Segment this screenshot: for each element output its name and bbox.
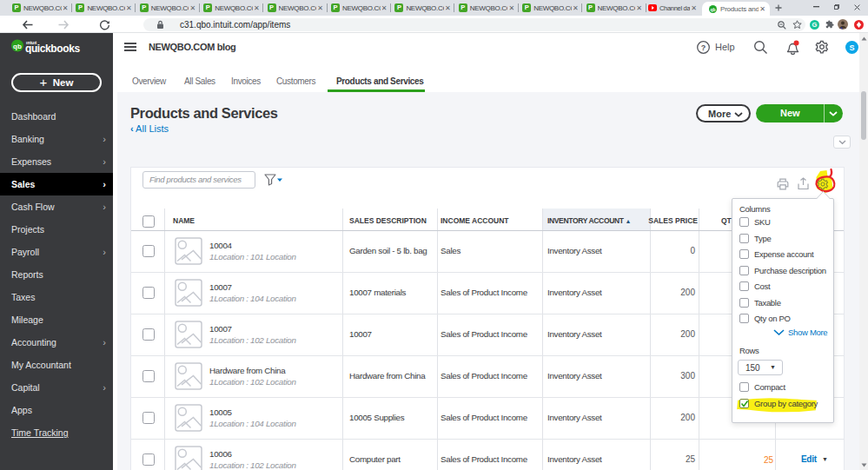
svg-text:qb: qb xyxy=(710,7,715,11)
svg-text:?: ? xyxy=(701,43,706,52)
svg-text:qb: qb xyxy=(13,43,22,50)
svg-text:quickbooks: quickbooks xyxy=(25,43,80,55)
svg-text:G: G xyxy=(812,21,818,29)
svg-text:S: S xyxy=(849,43,854,52)
